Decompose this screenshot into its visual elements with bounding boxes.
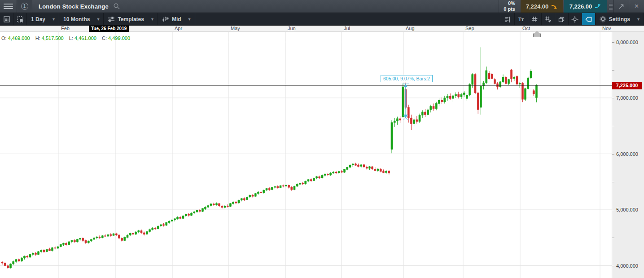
candle[interactable]	[238, 200, 240, 204]
measurement-label[interactable]: 605.00, 9.07%, Bars:2	[381, 75, 433, 82]
candle[interactable]	[196, 210, 198, 213]
candle[interactable]	[185, 214, 187, 217]
candle[interactable]	[18, 258, 20, 262]
candle[interactable]	[127, 234, 128, 238]
candle[interactable]	[435, 102, 437, 110]
candle[interactable]	[4, 262, 6, 266]
candle[interactable]	[101, 235, 103, 238]
candle[interactable]	[360, 164, 362, 168]
candle[interactable]	[449, 93, 451, 100]
candlestick-chart[interactable]: O: 4,469.000 H: 4,517.500 L: 4,461.000 C…	[0, 32, 612, 278]
candle[interactable]	[88, 241, 89, 244]
candle[interactable]	[327, 173, 329, 177]
candle[interactable]	[249, 194, 251, 198]
candle[interactable]	[494, 78, 495, 84]
candle[interactable]	[288, 185, 290, 189]
candle[interactable]	[104, 234, 106, 237]
sell-price-button[interactable]: 7,224.00	[521, 0, 563, 13]
candle[interactable]	[358, 163, 359, 167]
candle[interactable]	[511, 69, 513, 82]
candle[interactable]	[355, 163, 356, 166]
candle[interactable]	[444, 96, 446, 104]
candle[interactable]	[132, 232, 134, 236]
candle[interactable]	[143, 232, 145, 236]
candle[interactable]	[319, 176, 320, 179]
candle[interactable]	[252, 194, 254, 197]
candle[interactable]	[52, 247, 53, 251]
candle[interactable]	[341, 170, 342, 173]
price-type-dropdown[interactable]: Mid ▾	[158, 13, 195, 25]
candle[interactable]	[115, 233, 117, 236]
candle[interactable]	[396, 117, 398, 125]
candle[interactable]	[335, 171, 337, 174]
buy-price-button[interactable]: 7,226.00	[564, 0, 607, 13]
candle[interactable]	[491, 73, 493, 79]
candle[interactable]	[135, 231, 137, 235]
candle[interactable]	[458, 92, 460, 98]
candle[interactable]	[232, 201, 234, 205]
candle[interactable]	[71, 240, 73, 243]
candle[interactable]	[171, 219, 173, 222]
candle[interactable]	[93, 237, 95, 240]
candle[interactable]	[452, 95, 454, 102]
candle[interactable]	[263, 190, 265, 194]
candle[interactable]	[324, 173, 326, 177]
timeframe-dropdown[interactable]: 1 Day ▾	[27, 13, 59, 25]
candle[interactable]	[472, 73, 473, 88]
candle[interactable]	[299, 182, 301, 185]
candle[interactable]	[207, 205, 209, 208]
time-axis[interactable]: Tue, 26 Feb 2019 FebMarAprMayJunJulAugSe…	[0, 26, 644, 32]
candle[interactable]	[76, 239, 78, 243]
candle[interactable]	[110, 233, 112, 237]
candle[interactable]	[85, 240, 87, 244]
candle[interactable]	[152, 227, 153, 230]
candle[interactable]	[533, 89, 534, 96]
candle[interactable]	[40, 249, 42, 253]
candle[interactable]	[316, 176, 318, 180]
candle[interactable]	[441, 97, 443, 104]
candle[interactable]	[346, 167, 348, 170]
price-scale-button[interactable]	[501, 13, 515, 25]
candle[interactable]	[421, 110, 423, 118]
candle[interactable]	[235, 201, 237, 204]
close-button[interactable]: ×	[629, 0, 644, 13]
candle[interactable]	[280, 185, 281, 188]
candle[interactable]	[213, 203, 215, 206]
candle[interactable]	[180, 216, 181, 219]
candle[interactable]	[296, 184, 298, 187]
candle[interactable]	[15, 259, 17, 263]
text-tool-button[interactable]: Tт	[514, 13, 528, 25]
candle[interactable]	[391, 120, 393, 154]
candle[interactable]	[146, 231, 148, 235]
candle[interactable]	[527, 77, 529, 90]
candle[interactable]	[32, 252, 34, 256]
crosshair-button[interactable]	[568, 13, 582, 25]
candle[interactable]	[57, 246, 59, 249]
candle[interactable]	[455, 93, 457, 98]
candle[interactable]	[157, 225, 159, 229]
candle[interactable]	[386, 170, 387, 174]
candle[interactable]	[399, 116, 401, 123]
candle[interactable]	[191, 212, 193, 216]
candle[interactable]	[38, 251, 39, 255]
candle[interactable]	[525, 88, 526, 101]
candle[interactable]	[530, 70, 532, 79]
candle[interactable]	[221, 205, 223, 209]
candle[interactable]	[394, 118, 395, 127]
candle[interactable]	[82, 238, 84, 242]
candle[interactable]	[99, 235, 101, 239]
templates-dropdown[interactable]: Templates ▾	[104, 13, 158, 25]
candle[interactable]	[140, 229, 142, 234]
candle[interactable]	[182, 216, 184, 219]
candle[interactable]	[268, 187, 270, 191]
candle[interactable]	[382, 169, 384, 173]
candle[interactable]	[79, 238, 81, 241]
candle[interactable]	[302, 182, 304, 185]
duplicate-chart-button[interactable]	[555, 13, 569, 25]
candle[interactable]	[7, 265, 9, 269]
candle[interactable]	[502, 75, 504, 83]
candle[interactable]	[380, 168, 381, 172]
candle[interactable]	[402, 84, 404, 118]
candle[interactable]	[193, 211, 195, 215]
candle[interactable]	[447, 94, 448, 101]
